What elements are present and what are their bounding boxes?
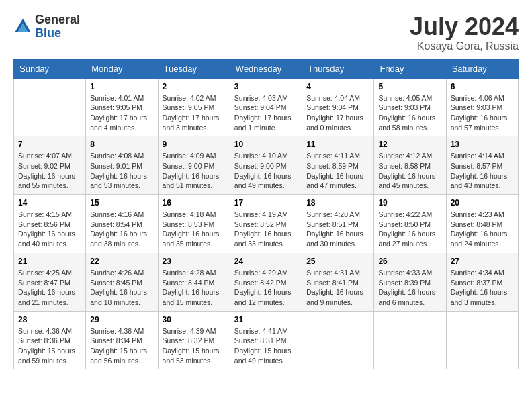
day-content: Sunrise: 4:28 AM Sunset: 8:44 PM Dayligh… xyxy=(163,268,226,308)
calendar-cell: 22Sunrise: 4:26 AM Sunset: 8:45 PM Dayli… xyxy=(86,253,158,311)
calendar-cell: 17Sunrise: 4:19 AM Sunset: 8:52 PM Dayli… xyxy=(230,195,302,253)
weekday-header-monday: Monday xyxy=(86,59,158,78)
logo-icon xyxy=(13,17,32,36)
calendar-cell xyxy=(374,311,446,369)
weekday-header-friday: Friday xyxy=(374,59,446,78)
calendar-cell: 10Sunrise: 4:10 AM Sunset: 9:00 PM Dayli… xyxy=(230,136,302,195)
day-content: Sunrise: 4:04 AM Sunset: 9:04 PM Dayligh… xyxy=(306,93,369,133)
day-content: Sunrise: 4:34 AM Sunset: 8:37 PM Dayligh… xyxy=(451,268,514,308)
calendar-cell: 5Sunrise: 4:05 AM Sunset: 9:03 PM Daylig… xyxy=(374,78,446,136)
calendar-cell xyxy=(302,311,374,369)
calendar-week-row: 28Sunrise: 4:36 AM Sunset: 8:36 PM Dayli… xyxy=(14,311,519,369)
day-content: Sunrise: 4:09 AM Sunset: 9:00 PM Dayligh… xyxy=(163,151,226,191)
page-header: General Blue July 2024 Kosaya Gora, Russ… xyxy=(13,13,519,52)
day-number: 20 xyxy=(451,198,514,208)
calendar-week-row: 7Sunrise: 4:07 AM Sunset: 9:02 PM Daylig… xyxy=(14,136,519,195)
day-number: 10 xyxy=(234,140,298,149)
calendar-cell: 6Sunrise: 4:06 AM Sunset: 9:03 PM Daylig… xyxy=(446,78,518,136)
day-content: Sunrise: 4:39 AM Sunset: 8:32 PM Dayligh… xyxy=(163,326,226,366)
day-content: Sunrise: 4:02 AM Sunset: 9:05 PM Dayligh… xyxy=(163,93,226,133)
day-number: 6 xyxy=(451,82,514,91)
weekday-header-row: SundayMondayTuesdayWednesdayThursdayFrid… xyxy=(14,59,519,78)
day-content: Sunrise: 4:22 AM Sunset: 8:50 PM Dayligh… xyxy=(378,210,441,249)
calendar-cell: 13Sunrise: 4:14 AM Sunset: 8:57 PM Dayli… xyxy=(446,136,518,195)
weekday-header-saturday: Saturday xyxy=(446,59,518,78)
day-number: 27 xyxy=(451,257,514,266)
day-content: Sunrise: 4:36 AM Sunset: 8:36 PM Dayligh… xyxy=(18,326,81,366)
day-number: 7 xyxy=(18,140,81,149)
day-number: 17 xyxy=(234,198,298,208)
day-content: Sunrise: 4:29 AM Sunset: 8:42 PM Dayligh… xyxy=(234,268,298,308)
day-number: 1 xyxy=(90,82,153,91)
day-content: Sunrise: 4:19 AM Sunset: 8:52 PM Dayligh… xyxy=(234,210,298,249)
calendar-week-row: 14Sunrise: 4:15 AM Sunset: 8:56 PM Dayli… xyxy=(14,195,519,253)
calendar-cell: 21Sunrise: 4:25 AM Sunset: 8:47 PM Dayli… xyxy=(14,253,86,311)
day-content: Sunrise: 4:15 AM Sunset: 8:56 PM Dayligh… xyxy=(18,210,81,249)
weekday-header-sunday: Sunday xyxy=(14,59,86,78)
weekday-header-tuesday: Tuesday xyxy=(158,59,230,78)
calendar-cell: 29Sunrise: 4:38 AM Sunset: 8:34 PM Dayli… xyxy=(86,311,158,369)
logo-general-text: General xyxy=(35,13,80,26)
calendar-body: 1Sunrise: 4:01 AM Sunset: 9:05 PM Daylig… xyxy=(14,78,519,369)
day-number: 28 xyxy=(18,315,81,324)
calendar-cell: 14Sunrise: 4:15 AM Sunset: 8:56 PM Dayli… xyxy=(14,195,86,253)
day-content: Sunrise: 4:38 AM Sunset: 8:34 PM Dayligh… xyxy=(90,326,153,366)
location-text: Kosaya Gora, Russia xyxy=(410,40,519,52)
calendar-cell: 18Sunrise: 4:20 AM Sunset: 8:51 PM Dayli… xyxy=(302,195,374,253)
day-number: 31 xyxy=(234,315,298,324)
calendar-cell: 4Sunrise: 4:04 AM Sunset: 9:04 PM Daylig… xyxy=(302,78,374,136)
calendar-cell: 27Sunrise: 4:34 AM Sunset: 8:37 PM Dayli… xyxy=(446,253,518,311)
day-content: Sunrise: 4:06 AM Sunset: 9:03 PM Dayligh… xyxy=(451,93,514,133)
day-content: Sunrise: 4:10 AM Sunset: 9:00 PM Dayligh… xyxy=(234,151,298,191)
calendar-cell: 19Sunrise: 4:22 AM Sunset: 8:50 PM Dayli… xyxy=(374,195,446,253)
calendar-cell xyxy=(446,311,518,369)
day-content: Sunrise: 4:31 AM Sunset: 8:41 PM Dayligh… xyxy=(306,268,369,308)
day-content: Sunrise: 4:03 AM Sunset: 9:04 PM Dayligh… xyxy=(234,93,298,133)
day-content: Sunrise: 4:18 AM Sunset: 8:53 PM Dayligh… xyxy=(163,210,226,249)
day-content: Sunrise: 4:26 AM Sunset: 8:45 PM Dayligh… xyxy=(90,268,153,308)
day-number: 8 xyxy=(90,140,153,149)
day-content: Sunrise: 4:23 AM Sunset: 8:48 PM Dayligh… xyxy=(451,210,514,249)
day-content: Sunrise: 4:16 AM Sunset: 8:54 PM Dayligh… xyxy=(90,210,153,249)
day-number: 26 xyxy=(378,257,441,266)
day-number: 14 xyxy=(18,198,81,208)
day-content: Sunrise: 4:14 AM Sunset: 8:57 PM Dayligh… xyxy=(451,151,514,191)
calendar-cell: 12Sunrise: 4:12 AM Sunset: 8:58 PM Dayli… xyxy=(374,136,446,195)
day-number: 16 xyxy=(163,198,226,208)
calendar-cell: 11Sunrise: 4:11 AM Sunset: 8:59 PM Dayli… xyxy=(302,136,374,195)
weekday-header-wednesday: Wednesday xyxy=(230,59,302,78)
day-content: Sunrise: 4:01 AM Sunset: 9:05 PM Dayligh… xyxy=(90,93,153,133)
day-content: Sunrise: 4:11 AM Sunset: 8:59 PM Dayligh… xyxy=(306,151,369,191)
day-content: Sunrise: 4:41 AM Sunset: 8:31 PM Dayligh… xyxy=(234,326,298,366)
calendar-cell: 8Sunrise: 4:08 AM Sunset: 9:01 PM Daylig… xyxy=(86,136,158,195)
calendar-cell: 23Sunrise: 4:28 AM Sunset: 8:44 PM Dayli… xyxy=(158,253,230,311)
day-content: Sunrise: 4:25 AM Sunset: 8:47 PM Dayligh… xyxy=(18,268,81,308)
day-number: 5 xyxy=(378,82,441,91)
day-number: 2 xyxy=(163,82,226,91)
calendar-cell: 26Sunrise: 4:33 AM Sunset: 8:39 PM Dayli… xyxy=(374,253,446,311)
day-content: Sunrise: 4:20 AM Sunset: 8:51 PM Dayligh… xyxy=(306,210,369,249)
logo: General Blue xyxy=(13,13,80,40)
day-content: Sunrise: 4:07 AM Sunset: 9:02 PM Dayligh… xyxy=(18,151,81,191)
day-number: 19 xyxy=(378,198,441,208)
calendar-cell: 31Sunrise: 4:41 AM Sunset: 8:31 PM Dayli… xyxy=(230,311,302,369)
day-number: 24 xyxy=(234,257,298,266)
day-content: Sunrise: 4:12 AM Sunset: 8:58 PM Dayligh… xyxy=(378,151,441,191)
day-number: 30 xyxy=(163,315,226,324)
month-year-title: July 2024 xyxy=(410,13,519,40)
day-number: 25 xyxy=(306,257,369,266)
day-number: 9 xyxy=(163,140,226,149)
calendar-cell xyxy=(14,78,86,136)
day-number: 12 xyxy=(378,140,441,149)
day-content: Sunrise: 4:08 AM Sunset: 9:01 PM Dayligh… xyxy=(90,151,153,191)
calendar-cell: 1Sunrise: 4:01 AM Sunset: 9:05 PM Daylig… xyxy=(86,78,158,136)
day-number: 11 xyxy=(306,140,369,149)
calendar-cell: 24Sunrise: 4:29 AM Sunset: 8:42 PM Dayli… xyxy=(230,253,302,311)
calendar-table: SundayMondayTuesdayWednesdayThursdayFrid… xyxy=(13,59,519,370)
day-number: 3 xyxy=(234,82,298,91)
calendar-cell: 15Sunrise: 4:16 AM Sunset: 8:54 PM Dayli… xyxy=(86,195,158,253)
calendar-cell: 3Sunrise: 4:03 AM Sunset: 9:04 PM Daylig… xyxy=(230,78,302,136)
day-number: 22 xyxy=(90,257,153,266)
day-number: 15 xyxy=(90,198,153,208)
calendar-header: SundayMondayTuesdayWednesdayThursdayFrid… xyxy=(14,59,519,78)
